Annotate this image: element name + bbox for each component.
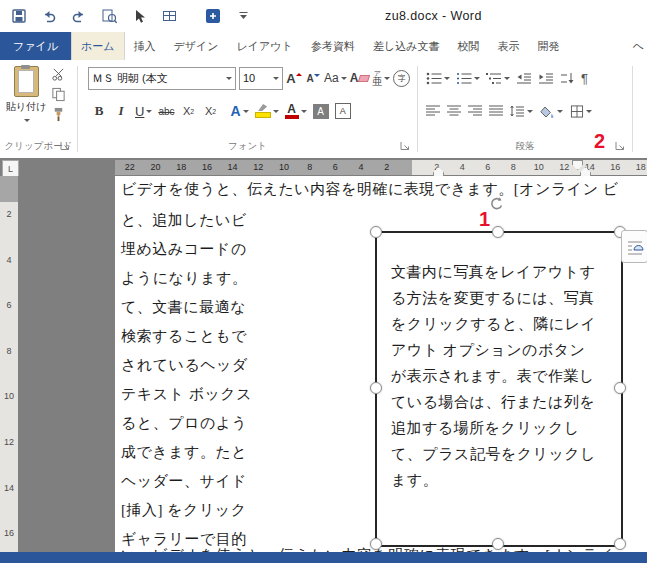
group-separator: [632, 66, 633, 152]
body-text-line: て、文書に最適な: [121, 293, 252, 322]
handle-bottom-right[interactable]: [614, 538, 626, 550]
body-text-line: ようになります。: [121, 264, 252, 293]
ruler-number: 4: [450, 160, 476, 175]
bold-button[interactable]: B: [91, 100, 107, 122]
tab-design[interactable]: デザイン: [165, 32, 228, 60]
select-cursor-button[interactable]: [130, 7, 148, 25]
tab-selector[interactable]: L: [2, 160, 19, 177]
text-effects-button[interactable]: A: [231, 100, 249, 122]
enclose-characters-button[interactable]: 字: [393, 67, 410, 89]
underline-button[interactable]: U: [135, 100, 152, 122]
handle-bottom-left[interactable]: [370, 538, 382, 550]
justify-button[interactable]: [488, 100, 504, 122]
line-spacing-button[interactable]: [509, 100, 534, 122]
align-center-button[interactable]: [446, 100, 462, 122]
multilevel-list-button[interactable]: [485, 67, 511, 89]
add-in-button[interactable]: [204, 7, 222, 25]
clear-formatting-button[interactable]: A: [350, 67, 370, 89]
borders-button[interactable]: [569, 100, 593, 122]
format-painter-button[interactable]: [48, 106, 68, 123]
font-color-button[interactable]: A: [285, 100, 307, 122]
clipboard-small-buttons: [48, 66, 68, 123]
undo-button[interactable]: [40, 7, 58, 25]
tab-file[interactable]: ファイル: [0, 32, 71, 60]
save-button[interactable]: [10, 7, 28, 25]
decrease-indent-button[interactable]: [515, 67, 533, 89]
bullets-button[interactable]: [425, 67, 451, 89]
text-box-line: て、プラス記号をクリックし: [391, 441, 596, 467]
title-bar: zu8.docx - Word: [0, 0, 647, 32]
dialog-launcher-icon: [400, 141, 410, 151]
numbered-list-icon: [456, 72, 472, 85]
multilevel-list-icon: [486, 72, 502, 85]
tab-layout[interactable]: レイアウト: [228, 32, 302, 60]
rotate-handle[interactable]: [489, 196, 505, 212]
character-shading-button[interactable]: A: [313, 100, 329, 122]
change-case-button[interactable]: Aa: [324, 67, 347, 89]
grow-font-button[interactable]: A: [286, 67, 302, 89]
handle-top-left[interactable]: [370, 226, 382, 238]
shading-icon: A: [313, 104, 329, 119]
show-marks-button[interactable]: ¶: [580, 67, 589, 89]
paste-clipboard-icon: [14, 66, 39, 97]
text-box-line: をクリックすると、隣にレイ: [391, 311, 596, 337]
redo-button[interactable]: [70, 7, 88, 25]
paragraph-dialog-launcher[interactable]: [615, 141, 626, 152]
paste-button[interactable]: 貼り付け: [5, 66, 47, 140]
ruler-number: 18: [628, 160, 647, 175]
tab-home[interactable]: ホーム: [71, 32, 125, 60]
h-ruler-text-numbers: 24681012141618: [424, 160, 647, 175]
superscript-button[interactable]: X2: [203, 100, 219, 122]
ruler-number: 16: [0, 511, 18, 557]
dialog-launcher-icon: [60, 141, 70, 151]
handle-middle-left[interactable]: [370, 382, 382, 394]
tab-developer[interactable]: 開発: [528, 32, 568, 60]
handle-middle-right[interactable]: [614, 382, 626, 394]
enclose-border-button[interactable]: A: [335, 100, 351, 122]
body-text-line: テキスト ボックス: [121, 380, 252, 409]
handle-bottom-center[interactable]: [492, 538, 504, 550]
clipboard-dialog-launcher[interactable]: [60, 141, 71, 152]
caret-icon: [301, 110, 307, 116]
tab-mailings[interactable]: 差し込み文書: [364, 32, 449, 60]
print-preview-button[interactable]: [100, 7, 118, 25]
sort-button[interactable]: [559, 67, 576, 89]
handle-top-center[interactable]: [492, 226, 504, 238]
increase-indent-button[interactable]: [537, 67, 555, 89]
table-button[interactable]: [160, 7, 178, 25]
ruby-button[interactable]: ア亜: [372, 67, 390, 89]
text-box-line: る方法を変更するには、写真: [391, 285, 596, 311]
align-left-button[interactable]: [425, 100, 441, 122]
strikethrough-button[interactable]: abc: [158, 100, 174, 122]
numbering-button[interactable]: [455, 67, 481, 89]
copy-button[interactable]: [48, 86, 68, 103]
ruler-number: 12: [0, 420, 18, 466]
ruler-number: 14: [0, 466, 18, 512]
body-text-line: されているヘッダ: [121, 351, 252, 380]
body-text-line: ビデオを使うと、伝えたい内容を明確に表現できます。[オンライン ビ: [121, 180, 619, 199]
ruler-number: 10: [0, 374, 18, 420]
tab-references[interactable]: 参考資料: [302, 32, 364, 60]
font-name-combo[interactable]: ＭＳ 明朝 (本文: [88, 67, 236, 90]
shading-bucket-button[interactable]: [539, 100, 564, 122]
tab-help-partial[interactable]: ヘ: [625, 32, 647, 60]
text-box[interactable]: 文書内に写真をレイアウトする方法を変更するには、写真をクリックすると、隣にレイア…: [375, 231, 623, 547]
quick-access-toolbar: [10, 0, 252, 32]
italic-button[interactable]: I: [113, 100, 129, 122]
font-dialog-launcher[interactable]: [400, 141, 411, 152]
align-right-button[interactable]: [467, 100, 483, 122]
shrink-font-button[interactable]: A: [305, 67, 321, 89]
layout-options-button[interactable]: [621, 230, 647, 263]
qat-customize-button[interactable]: [234, 7, 252, 25]
tab-view[interactable]: 表示: [488, 32, 528, 60]
caret-icon: [243, 110, 249, 116]
add-in-icon: [205, 8, 221, 24]
text-box-content: 文書内に写真をレイアウトする方法を変更するには、写真をクリックすると、隣にレイア…: [391, 259, 596, 493]
font-size-combo[interactable]: 10: [239, 67, 283, 90]
tab-review[interactable]: 校閲: [448, 32, 488, 60]
status-bar: [0, 552, 647, 563]
tab-insert[interactable]: 挿入: [125, 32, 165, 60]
subscript-button[interactable]: X2: [181, 100, 197, 122]
highlight-color-button[interactable]: [255, 100, 279, 122]
cut-button[interactable]: [48, 66, 68, 83]
